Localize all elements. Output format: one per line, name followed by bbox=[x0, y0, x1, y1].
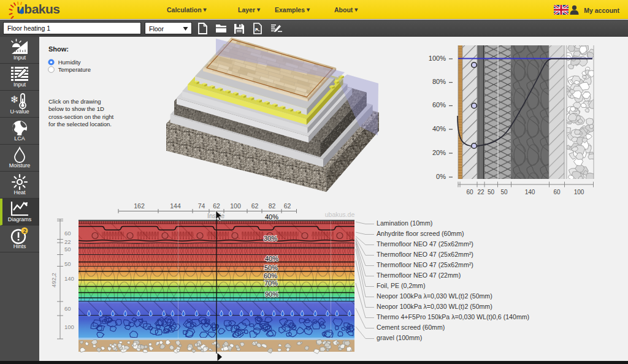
svg-text:40%: 40% bbox=[265, 255, 278, 262]
svg-text:70%: 70% bbox=[264, 279, 278, 287]
svg-text:144: 144 bbox=[170, 202, 181, 210]
svg-text:0%: 0% bbox=[436, 173, 446, 180]
svg-text:492,2: 492,2 bbox=[50, 273, 57, 287]
svg-text:30%: 30% bbox=[264, 235, 277, 242]
svg-text:❄: ❄ bbox=[10, 94, 18, 105]
svg-text:Thermofloor NEO 47 (25x62mm²): Thermofloor NEO 47 (25x62mm²) bbox=[377, 251, 473, 258]
svg-text:60%: 60% bbox=[264, 272, 277, 279]
svg-text:ubakus.de: ubakus.de bbox=[325, 211, 355, 218]
svg-text:Neopor 100kPa λ=0,030 WL(t)2 (: Neopor 100kPa λ=0,030 WL(t)2 (50mm) bbox=[377, 303, 492, 310]
svg-text:2: 2 bbox=[23, 228, 26, 234]
svg-text:50: 50 bbox=[64, 246, 71, 252]
svg-text:Thermofloor NEO 47 (25x62mm²): Thermofloor NEO 47 (25x62mm²) bbox=[377, 240, 473, 248]
svg-text:62: 62 bbox=[284, 202, 291, 210]
svg-text:22: 22 bbox=[477, 189, 484, 195]
svg-text:50: 50 bbox=[64, 260, 71, 267]
svg-text:Anhydrite floor screed (60mm): Anhydrite floor screed (60mm) bbox=[377, 230, 464, 237]
svg-text:Neopor 100kPa λ=0,030 WL(t)2 (: Neopor 100kPa λ=0,030 WL(t)2 (50mm) bbox=[377, 292, 492, 300]
svg-text:60: 60 bbox=[466, 189, 473, 195]
svg-text:Foil, PE (0,2mm): Foil, PE (0,2mm) bbox=[377, 282, 425, 289]
svg-text:60: 60 bbox=[553, 189, 561, 195]
svg-text:162: 162 bbox=[134, 202, 145, 210]
svg-text:140: 140 bbox=[525, 189, 535, 195]
svg-text:Cement screed (60mm): Cement screed (60mm) bbox=[377, 324, 445, 331]
svg-text:82: 82 bbox=[269, 202, 276, 210]
svg-text:62: 62 bbox=[251, 202, 259, 210]
svg-text:90%: 90% bbox=[265, 290, 278, 298]
svg-text:60%: 60% bbox=[432, 101, 446, 108]
svg-text:80%: 80% bbox=[432, 78, 446, 85]
svg-text:40%: 40% bbox=[265, 213, 278, 221]
svg-text:140: 140 bbox=[64, 275, 74, 282]
svg-text:Thermo 4+F5Pro 150kPa λ=0,030: Thermo 4+F5Pro 150kPa λ=0,030 WL(t)0,6 (… bbox=[377, 313, 529, 320]
svg-text:100: 100 bbox=[574, 189, 584, 195]
svg-text:62: 62 bbox=[213, 202, 220, 210]
svg-text:60: 60 bbox=[64, 305, 71, 312]
svg-text:100: 100 bbox=[64, 324, 74, 330]
svg-text:Thermofloor NEO 47 (22mm): Thermofloor NEO 47 (22mm) bbox=[377, 271, 461, 279]
svg-text:50: 50 bbox=[500, 189, 508, 195]
svg-text:100: 100 bbox=[230, 202, 241, 210]
svg-text:74: 74 bbox=[198, 202, 205, 210]
svg-text:50: 50 bbox=[488, 189, 495, 195]
svg-text:22: 22 bbox=[64, 238, 71, 245]
svg-text:gravel (100mm): gravel (100mm) bbox=[377, 334, 422, 341]
svg-text:60: 60 bbox=[64, 230, 71, 237]
svg-text:100%: 100% bbox=[429, 55, 446, 62]
svg-text:20%: 20% bbox=[432, 149, 446, 156]
svg-text:40%: 40% bbox=[432, 125, 446, 132]
svg-text:Thermofloor NEO 47 (25x62mm²): Thermofloor NEO 47 (25x62mm²) bbox=[377, 261, 473, 268]
svg-text:Lamination (10mm): Lamination (10mm) bbox=[377, 219, 432, 227]
svg-text:50%: 50% bbox=[264, 264, 278, 271]
